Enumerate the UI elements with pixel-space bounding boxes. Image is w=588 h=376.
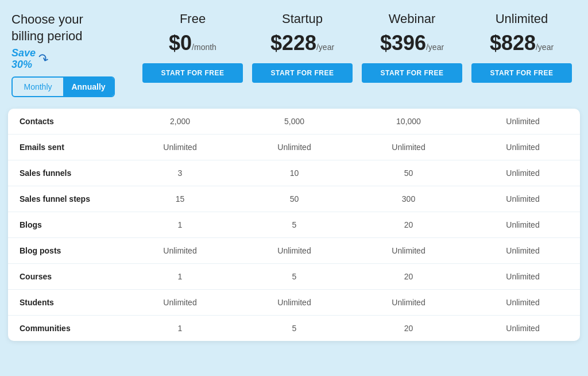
- arrow-icon: ↷: [36, 51, 51, 68]
- feature-value: Unlimited: [466, 212, 580, 237]
- feature-value: Unlimited: [466, 237, 580, 263]
- feature-value: Unlimited: [351, 237, 466, 263]
- table-row: StudentsUnlimitedUnlimitedUnlimitedUnlim…: [8, 289, 580, 315]
- feature-value: Unlimited: [237, 237, 351, 263]
- plan-free-period: /month: [192, 43, 216, 52]
- plan-free-cta[interactable]: START FOR FREE: [142, 63, 243, 83]
- table-row: Courses1520Unlimited: [8, 263, 580, 289]
- feature-label: Communities: [8, 315, 123, 341]
- feature-value: 5,000: [237, 109, 351, 135]
- plan-unlimited-name: Unlimited: [471, 11, 572, 26]
- plan-unlimited-amount: $828: [490, 31, 536, 55]
- feature-value: 50: [351, 160, 466, 186]
- billing-toggle: Monthly Annually: [11, 76, 115, 97]
- feature-value: 20: [351, 263, 466, 289]
- feature-value: 1: [123, 263, 237, 289]
- feature-value: 5: [237, 315, 351, 341]
- plan-startup: Startup $228/year START FOR FREE: [247, 11, 357, 83]
- feature-value: 1: [123, 212, 237, 237]
- feature-value: 2,000: [123, 109, 237, 135]
- pricing-table-wrap: Contacts2,0005,00010,000UnlimitedEmails …: [8, 109, 580, 341]
- plan-startup-period: /year: [316, 43, 334, 52]
- plan-webinar-cta[interactable]: START FOR FREE: [362, 63, 462, 83]
- plan-webinar: Webinar $396/year START FOR FREE: [357, 11, 467, 83]
- feature-label: Contacts: [8, 109, 123, 135]
- plan-startup-price: $228/year: [252, 31, 353, 55]
- feature-value: Unlimited: [237, 134, 351, 160]
- feature-label: Emails sent: [8, 134, 123, 160]
- plan-webinar-name: Webinar: [362, 11, 462, 26]
- feature-value: 5: [237, 212, 351, 237]
- plan-free-price: $0/month: [142, 31, 243, 55]
- feature-label: Students: [8, 289, 123, 315]
- plan-free-name: Free: [142, 11, 243, 26]
- feature-value: 10: [237, 160, 351, 186]
- table-row: Sales funnels31050Unlimited: [8, 160, 580, 186]
- monthly-toggle-btn[interactable]: Monthly: [13, 78, 63, 96]
- feature-value: Unlimited: [351, 134, 466, 160]
- plan-webinar-period: /year: [426, 43, 444, 52]
- plan-free-amount: $0: [169, 31, 192, 55]
- feature-value: 10,000: [351, 109, 466, 135]
- feature-value: Unlimited: [466, 134, 580, 160]
- feature-value: 1: [123, 315, 237, 341]
- feature-value: 50: [237, 186, 351, 212]
- feature-label: Blog posts: [8, 237, 123, 263]
- feature-label: Blogs: [8, 212, 123, 237]
- plan-startup-cta[interactable]: START FOR FREE: [252, 63, 353, 83]
- feature-value: Unlimited: [466, 160, 580, 186]
- plan-startup-amount: $228: [270, 31, 316, 55]
- billing-title: Choose your billing period: [11, 11, 132, 44]
- feature-value: 300: [351, 186, 466, 212]
- feature-value: Unlimited: [466, 289, 580, 315]
- page-wrapper: Choose your billing period Save30% ↷ Mon…: [0, 0, 588, 376]
- feature-label: Sales funnels: [8, 160, 123, 186]
- feature-value: 20: [351, 315, 466, 341]
- feature-value: 5: [237, 263, 351, 289]
- feature-value: Unlimited: [123, 237, 237, 263]
- plan-unlimited: Unlimited $828/year START FOR FREE: [467, 11, 577, 83]
- plan-unlimited-period: /year: [536, 43, 554, 52]
- billing-title-line1: Choose your: [11, 12, 83, 26]
- feature-label: Sales funnel steps: [8, 186, 123, 212]
- plan-webinar-price: $396/year: [362, 31, 462, 55]
- table-row: Blogs1520Unlimited: [8, 212, 580, 237]
- table-row: Communities1520Unlimited: [8, 315, 580, 341]
- feature-label: Courses: [8, 263, 123, 289]
- plan-unlimited-cta[interactable]: START FOR FREE: [471, 63, 572, 83]
- feature-value: Unlimited: [123, 134, 237, 160]
- plan-webinar-amount: $396: [380, 31, 426, 55]
- table-row: Contacts2,0005,00010,000Unlimited: [8, 109, 580, 135]
- feature-value: 20: [351, 212, 466, 237]
- table-row: Sales funnel steps1550300Unlimited: [8, 186, 580, 212]
- feature-value: Unlimited: [466, 186, 580, 212]
- annually-toggle-btn[interactable]: Annually: [63, 78, 114, 96]
- feature-value: Unlimited: [123, 289, 237, 315]
- billing-title-line2: billing period: [11, 29, 83, 43]
- table-row: Emails sentUnlimitedUnlimitedUnlimitedUn…: [8, 134, 580, 160]
- plan-free: Free $0/month START FOR FREE: [138, 11, 247, 83]
- billing-header: Choose your billing period Save30% ↷ Mon…: [11, 11, 138, 97]
- plans-header: Free $0/month START FOR FREE Startup $22…: [138, 11, 577, 83]
- feature-value: 15: [123, 186, 237, 212]
- save-badge: Save30%: [11, 48, 36, 71]
- table-row: Blog postsUnlimitedUnlimitedUnlimitedUnl…: [8, 237, 580, 263]
- feature-value: 3: [123, 160, 237, 186]
- feature-value: Unlimited: [466, 263, 580, 289]
- plan-startup-name: Startup: [252, 11, 353, 26]
- feature-value: Unlimited: [351, 289, 466, 315]
- feature-value: Unlimited: [466, 315, 580, 341]
- plan-unlimited-price: $828/year: [471, 31, 572, 55]
- save-badge-row: Save30% ↷: [11, 48, 132, 71]
- top-section: Choose your billing period Save30% ↷ Mon…: [6, 11, 582, 109]
- pricing-table: Contacts2,0005,00010,000UnlimitedEmails …: [8, 109, 580, 341]
- feature-value: Unlimited: [466, 109, 580, 135]
- feature-value: Unlimited: [237, 289, 351, 315]
